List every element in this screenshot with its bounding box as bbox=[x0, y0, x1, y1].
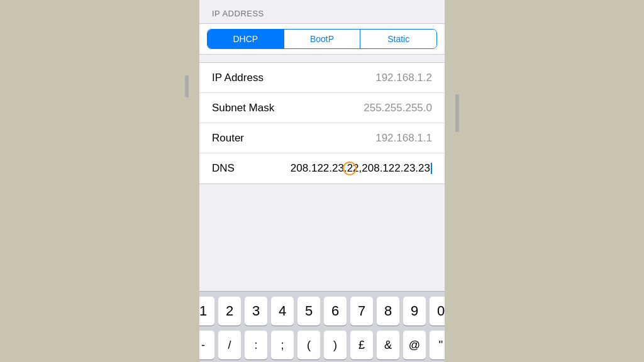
row-subnet-mask-label: Subnet Mask bbox=[212, 102, 274, 114]
keyboard-row-symbols: - / : ; ( ) £ & @ " bbox=[202, 331, 442, 359]
row-ip-address-label: IP Address bbox=[212, 72, 264, 84]
row-router-value: 192.168.1.1 bbox=[375, 132, 432, 145]
key-3[interactable]: 3 bbox=[245, 297, 267, 326]
key-2[interactable]: 2 bbox=[218, 297, 241, 326]
key-0[interactable]: 0 bbox=[430, 297, 445, 326]
key-lparen[interactable]: ( bbox=[297, 331, 320, 359]
row-router[interactable]: Router 192.168.1.1 bbox=[199, 123, 445, 153]
key-5[interactable]: 5 bbox=[297, 297, 320, 326]
segment-control: DHCP BootP Static bbox=[207, 29, 437, 49]
dns-text: 208.122.23.22,208.122.23.23 bbox=[291, 162, 430, 175]
key-ampersand[interactable]: & bbox=[377, 331, 399, 359]
phone-frame: IP ADDRESS DHCP BootP Static bbox=[190, 0, 454, 362]
key-semicolon[interactable]: ; bbox=[271, 331, 294, 359]
content-area: IP ADDRESS DHCP BootP Static bbox=[199, 0, 445, 291]
key-colon[interactable]: : bbox=[245, 331, 267, 359]
key-8[interactable]: 8 bbox=[377, 297, 399, 326]
tab-static[interactable]: Static bbox=[360, 30, 436, 48]
key-slash[interactable]: / bbox=[218, 331, 241, 359]
tab-dhcp[interactable]: DHCP bbox=[208, 30, 284, 48]
row-router-label: Router bbox=[212, 132, 244, 145]
segment-control-wrapper: DHCP BootP Static bbox=[199, 23, 445, 55]
key-6[interactable]: 6 bbox=[324, 297, 347, 326]
phone-screen: IP ADDRESS DHCP BootP Static bbox=[199, 0, 445, 362]
settings-list: IP Address 192.168.1.2 Subnet Mask 255.2… bbox=[199, 62, 445, 184]
keyboard-row-numbers: 1 2 3 4 5 6 7 8 9 0 bbox=[202, 297, 442, 326]
text-cursor bbox=[431, 163, 432, 174]
row-subnet-mask[interactable]: Subnet Mask 255.255.255.0 bbox=[199, 93, 445, 123]
row-ip-address-value: 192.168.1.2 bbox=[375, 72, 432, 84]
key-dash[interactable]: - bbox=[199, 331, 214, 359]
key-1[interactable]: 1 bbox=[199, 297, 214, 326]
key-pound[interactable]: £ bbox=[350, 331, 373, 359]
key-at[interactable]: @ bbox=[403, 331, 426, 359]
tab-bootp[interactable]: BootP bbox=[284, 30, 361, 48]
key-9[interactable]: 9 bbox=[403, 297, 426, 326]
side-button-right bbox=[455, 94, 459, 132]
key-4[interactable]: 4 bbox=[271, 297, 294, 326]
side-button-left bbox=[185, 75, 189, 97]
key-rparen[interactable]: ) bbox=[324, 331, 347, 359]
key-quote[interactable]: " bbox=[430, 331, 445, 359]
section-header: IP ADDRESS bbox=[199, 0, 445, 23]
tab-dhcp-label: DHCP bbox=[233, 34, 258, 44]
key-7[interactable]: 7 bbox=[350, 297, 373, 326]
row-dns-value: 208.122.23.22,208.122.23.23 bbox=[291, 162, 432, 175]
dns-value-wrap: 208.122.23.22,208.122.23.23 bbox=[291, 162, 432, 175]
tab-bootp-label: BootP bbox=[310, 34, 334, 44]
keyboard: 1 2 3 4 5 6 7 8 9 0 - / : ; ( ) £ & @ bbox=[199, 291, 445, 362]
row-dns-label: DNS bbox=[212, 162, 235, 175]
row-ip-address[interactable]: IP Address 192.168.1.2 bbox=[199, 63, 445, 93]
row-subnet-mask-value: 255.255.255.0 bbox=[364, 102, 432, 114]
tab-static-label: Static bbox=[387, 34, 409, 44]
row-dns[interactable]: DNS 208.122.23.22,208.122.23.23 bbox=[199, 153, 445, 184]
